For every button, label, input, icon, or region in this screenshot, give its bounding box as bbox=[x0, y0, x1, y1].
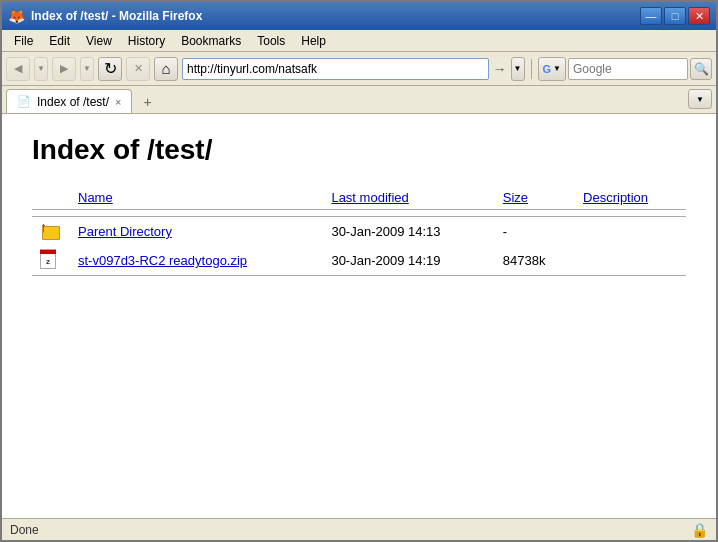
zip-file-size-cell: 84738k bbox=[495, 246, 575, 276]
zip-file-name-cell: st-v097d3-RC2 readytogo.zip bbox=[70, 246, 323, 276]
new-tab-button[interactable]: + bbox=[136, 91, 158, 113]
parent-directory-name-cell: Parent Directory bbox=[70, 217, 323, 247]
menu-edit[interactable]: Edit bbox=[41, 32, 78, 50]
table-row: ↑ Parent Directory 30-Jan-2009 14:13 - bbox=[32, 217, 686, 247]
home-button[interactable]: ⌂ bbox=[154, 57, 178, 81]
security-icon: 🔒 bbox=[691, 522, 708, 538]
address-bar-container: → ▼ bbox=[182, 57, 525, 81]
back-dropdown-button[interactable]: ▼ bbox=[34, 57, 48, 81]
zip-file-modified: 30-Jan-2009 14:19 bbox=[331, 253, 440, 268]
file-header-bar bbox=[40, 250, 56, 254]
search-dropdown-icon: ▼ bbox=[553, 64, 561, 73]
close-button[interactable]: ✕ bbox=[688, 7, 710, 25]
table-header-row: Name Last modified Size Description bbox=[32, 186, 686, 210]
footer-divider-cell bbox=[32, 276, 686, 283]
zip-file-description-cell bbox=[575, 246, 686, 276]
menu-help[interactable]: Help bbox=[293, 32, 334, 50]
reload-button[interactable]: ↻ bbox=[98, 57, 122, 81]
search-go-button[interactable]: 🔍 bbox=[690, 58, 712, 80]
search-container: G ▼ 🔍 bbox=[538, 57, 712, 81]
content-area: Index of /test/ Name Last modified Size … bbox=[2, 114, 716, 518]
reload-icon: ↻ bbox=[104, 59, 117, 78]
footer-divider bbox=[32, 276, 686, 283]
back-icon: ◀ bbox=[14, 62, 22, 75]
page-title: Index of /test/ bbox=[32, 134, 686, 166]
parent-directory-size: - bbox=[503, 224, 507, 239]
forward-dropdown-button[interactable]: ▼ bbox=[80, 57, 94, 81]
go-dropdown-button[interactable]: ▼ bbox=[511, 57, 525, 81]
zip-file-link[interactable]: st-v097d3-RC2 readytogo.zip bbox=[78, 253, 247, 268]
tab-title: Index of /test/ bbox=[37, 95, 109, 109]
google-g-icon: G bbox=[543, 63, 552, 75]
forward-icon: ▶ bbox=[60, 62, 68, 75]
home-icon: ⌂ bbox=[161, 60, 170, 77]
maximize-button[interactable]: □ bbox=[664, 7, 686, 25]
search-engine-icon[interactable]: G ▼ bbox=[538, 57, 566, 81]
forward-dropdown-icon: ▼ bbox=[83, 64, 91, 73]
table-row: z st-v097d3-RC2 readytogo.zip 30-Jan-200… bbox=[32, 246, 686, 276]
parent-icon-cell: ↑ bbox=[32, 217, 70, 247]
tab-close-button[interactable]: × bbox=[115, 96, 121, 108]
parent-directory-modified-cell: 30-Jan-2009 14:13 bbox=[323, 217, 494, 247]
menu-history[interactable]: History bbox=[120, 32, 173, 50]
back-button[interactable]: ◀ bbox=[6, 57, 30, 81]
menu-bookmarks[interactable]: Bookmarks bbox=[173, 32, 249, 50]
menu-file[interactable]: File bbox=[6, 32, 41, 50]
size-column-header[interactable]: Size bbox=[495, 186, 575, 210]
title-bar-left: 🦊 Index of /test/ - Mozilla Firefox bbox=[8, 8, 202, 24]
nav-separator bbox=[531, 59, 532, 79]
minimize-button[interactable]: — bbox=[640, 7, 662, 25]
status-bar: Done 🔒 bbox=[2, 518, 716, 540]
zip-icon-cell: z bbox=[32, 246, 70, 276]
divider-cell bbox=[32, 210, 686, 217]
go-dropdown-icon: ▼ bbox=[514, 64, 522, 73]
title-bar: 🦊 Index of /test/ - Mozilla Firefox — □ … bbox=[2, 2, 716, 30]
status-text: Done bbox=[10, 523, 39, 537]
nav-bar: ◀ ▼ ▶ ▼ ↻ ✕ ⌂ → ▼ bbox=[2, 52, 716, 86]
tab-list-icon: ▼ bbox=[696, 95, 704, 104]
name-column-header[interactable]: Name bbox=[70, 186, 323, 210]
stop-button[interactable]: ✕ bbox=[126, 57, 150, 81]
parent-directory-description-cell bbox=[575, 217, 686, 247]
last-modified-column-header[interactable]: Last modified bbox=[323, 186, 494, 210]
menu-tools[interactable]: Tools bbox=[249, 32, 293, 50]
zip-file-size: 84738k bbox=[503, 253, 546, 268]
parent-directory-icon: ↑ bbox=[40, 220, 62, 240]
parent-directory-modified: 30-Jan-2009 14:13 bbox=[331, 224, 440, 239]
tab-favicon: 📄 bbox=[17, 95, 31, 108]
back-dropdown-icon: ▼ bbox=[37, 64, 45, 73]
parent-directory-size-cell: - bbox=[495, 217, 575, 247]
file-table: Name Last modified Size Description ↑ bbox=[32, 186, 686, 282]
address-input[interactable] bbox=[182, 58, 489, 80]
header-divider bbox=[32, 210, 686, 217]
description-column-header[interactable]: Description bbox=[575, 186, 686, 210]
zip-file-modified-cell: 30-Jan-2009 14:19 bbox=[323, 246, 494, 276]
menu-view[interactable]: View bbox=[78, 32, 120, 50]
title-controls: — □ ✕ bbox=[640, 7, 710, 25]
browser-window: 🦊 Index of /test/ - Mozilla Firefox — □ … bbox=[0, 0, 718, 542]
browser-favicon: 🦊 bbox=[8, 8, 25, 24]
search-input[interactable] bbox=[568, 58, 688, 80]
go-arrow-icon: → bbox=[493, 61, 507, 77]
zip-file-icon: z bbox=[40, 249, 58, 269]
up-arrow-icon: ↑ bbox=[40, 220, 47, 234]
stop-icon: ✕ bbox=[134, 62, 143, 75]
search-magnifier-icon: 🔍 bbox=[694, 62, 709, 76]
zip-label: z bbox=[46, 257, 50, 266]
menu-bar: File Edit View History Bookmarks Tools H… bbox=[2, 30, 716, 52]
window-title: Index of /test/ - Mozilla Firefox bbox=[31, 9, 202, 23]
tab-list-button[interactable]: ▼ bbox=[688, 89, 712, 109]
active-tab[interactable]: 📄 Index of /test/ × bbox=[6, 89, 132, 113]
parent-directory-link[interactable]: Parent Directory bbox=[78, 224, 172, 239]
forward-button[interactable]: ▶ bbox=[52, 57, 76, 81]
tab-bar: 📄 Index of /test/ × + ▼ bbox=[2, 86, 716, 114]
icon-column-header bbox=[32, 186, 70, 210]
